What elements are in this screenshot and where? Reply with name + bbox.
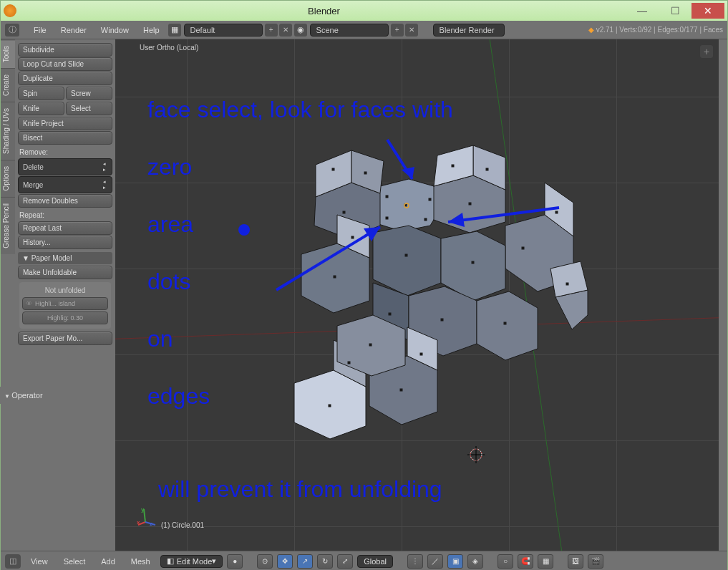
snap-icon[interactable]: 🧲 <box>518 554 533 569</box>
object-name-label: (1) Circle.001 <box>161 521 204 529</box>
svg-rect-36 <box>472 261 474 264</box>
operator-header[interactable]: Operator <box>4 391 110 400</box>
render-anim-icon[interactable]: 🎬 <box>588 554 603 569</box>
orientation-dropdown[interactable]: Global <box>357 555 393 568</box>
svg-rect-45 <box>386 195 388 198</box>
snap-type-icon[interactable]: ▦ <box>538 554 553 569</box>
tab-options[interactable]: Options <box>1 160 15 196</box>
layout-dropdown[interactable]: Default <box>184 24 263 37</box>
region-handle[interactable] <box>719 39 727 551</box>
tab-tools[interactable]: Tools <box>1 39 15 68</box>
delete-dropdown[interactable]: Delete <box>18 158 112 175</box>
menu-add[interactable]: Add <box>95 554 121 569</box>
select-button[interactable]: Select <box>66 102 112 115</box>
svg-line-54 <box>276 227 380 290</box>
highlight-slider[interactable]: Highlig: 0.30 <box>22 311 108 324</box>
vertex-select-icon[interactable]: ⋮ <box>407 554 423 569</box>
svg-rect-32 <box>566 283 568 285</box>
duplicate-button[interactable]: Duplicate <box>18 72 112 85</box>
menu-render[interactable]: Render <box>54 23 94 37</box>
svg-rect-24 <box>364 172 367 174</box>
paper-status-label: Not unfolded <box>22 285 108 296</box>
svg-marker-51 <box>402 167 414 179</box>
svg-rect-35 <box>405 254 407 256</box>
close-button[interactable]: ✕ <box>691 3 724 19</box>
annotation-arrow-icon <box>269 218 391 297</box>
render-image-icon[interactable]: 🖼 <box>568 554 583 569</box>
remove-doubles-button[interactable]: Remove Doubles <box>18 194 112 208</box>
svg-marker-17 <box>477 291 538 360</box>
merge-dropdown[interactable]: Merge <box>18 176 112 193</box>
svg-rect-23 <box>332 168 334 170</box>
layout-delete-button[interactable]: ✕ <box>279 24 292 37</box>
subdivide-button[interactable]: Subdivide <box>18 43 112 57</box>
svg-rect-40 <box>369 344 372 346</box>
maximize-button[interactable]: ☐ <box>659 3 691 19</box>
shading-sphere-icon[interactable]: ● <box>227 554 243 569</box>
3d-cursor-icon <box>466 445 486 465</box>
eye-icon: 👁 <box>26 300 32 307</box>
highlight-island-button[interactable]: 👁Highli... island <box>22 297 108 310</box>
blender-logo-icon <box>4 4 16 17</box>
tool-panel: Subdivide Loop Cut and Slide Duplicate S… <box>15 39 115 551</box>
menu-select[interactable]: Select <box>58 554 92 569</box>
svg-marker-53 <box>448 213 465 227</box>
minimize-button[interactable]: — <box>626 3 659 19</box>
layout-add-button[interactable]: + <box>265 24 278 37</box>
scale-icon[interactable]: ⤢ <box>337 554 353 569</box>
annotation-arrow-icon <box>437 197 566 240</box>
tab-grease-pencil[interactable]: Grease Pencil <box>1 197 15 254</box>
screw-button[interactable]: Screw <box>66 87 112 100</box>
menu-view[interactable]: View <box>25 554 54 569</box>
manipulator-icon[interactable]: ✥ <box>277 554 293 569</box>
svg-rect-44 <box>420 353 422 355</box>
translate-icon[interactable]: ↗ <box>297 554 313 569</box>
svg-rect-27 <box>452 165 454 167</box>
loop-cut-button[interactable]: Loop Cut and Slide <box>18 57 112 71</box>
bisect-button[interactable]: Bisect <box>18 131 112 145</box>
edge-select-icon[interactable]: ／ <box>427 554 443 569</box>
svg-rect-37 <box>389 313 391 315</box>
tab-create[interactable]: Create <box>1 68 15 102</box>
menu-mesh[interactable]: Mesh <box>125 554 156 569</box>
spin-button[interactable]: Spin <box>18 87 64 100</box>
make-unfoldable-button[interactable]: Make Unfoldable <box>18 266 112 279</box>
editor-type-icon[interactable]: ◫ <box>5 554 21 569</box>
paper-model-header[interactable]: ▼ Paper Model <box>18 252 112 264</box>
pivot-icon[interactable]: ⊙ <box>257 554 273 569</box>
repeat-last-button[interactable]: Repeat Last <box>18 221 112 235</box>
menu-window[interactable]: Window <box>94 23 136 37</box>
rotate-icon[interactable]: ↻ <box>317 554 333 569</box>
scene-add-button[interactable]: + <box>391 24 404 37</box>
layout-icon[interactable]: ▦ <box>168 24 181 37</box>
info-icon[interactable]: ⓘ <box>5 24 19 37</box>
tab-shading-uvs[interactable]: Shading / UVs <box>1 102 15 160</box>
repeat-label: Repeat: <box>18 208 112 221</box>
operator-panel: Operator <box>0 387 115 404</box>
scene-icon[interactable]: ◉ <box>294 24 307 37</box>
face-select-icon[interactable]: ▣ <box>447 554 463 569</box>
knife-project-button[interactable]: Knife Project <box>18 117 112 130</box>
scene-dropdown[interactable]: Scene <box>310 24 389 37</box>
window-titlebar: Blender — ☐ ✕ <box>1 1 727 21</box>
export-paper-button[interactable]: Export Paper Mo... <box>18 332 112 345</box>
svg-rect-46 <box>429 198 431 201</box>
stats-info: ◆ v2.71 | Verts:0/92 | Edges:0/177 | Fac… <box>588 26 723 34</box>
svg-rect-43 <box>400 389 402 391</box>
knife-button[interactable]: Knife <box>18 102 64 115</box>
svg-rect-42 <box>348 362 350 364</box>
history-button[interactable]: History... <box>18 236 112 249</box>
limit-selection-icon[interactable]: ◈ <box>467 554 483 569</box>
mesh-object <box>115 39 719 541</box>
3d-viewport[interactable]: User Ortho (Local) + <box>115 39 719 551</box>
menu-help[interactable]: Help <box>136 23 167 37</box>
proportional-icon[interactable]: ○ <box>498 554 513 569</box>
svg-rect-48 <box>424 218 427 221</box>
svg-rect-25 <box>343 211 345 213</box>
svg-rect-41 <box>329 405 331 407</box>
engine-dropdown[interactable]: Blender Render <box>433 24 505 37</box>
mode-dropdown[interactable]: ◧ Edit Mode ▾ <box>160 555 223 568</box>
svg-rect-28 <box>486 168 488 170</box>
menu-file[interactable]: File <box>26 23 54 37</box>
scene-delete-button[interactable]: ✕ <box>405 24 418 37</box>
